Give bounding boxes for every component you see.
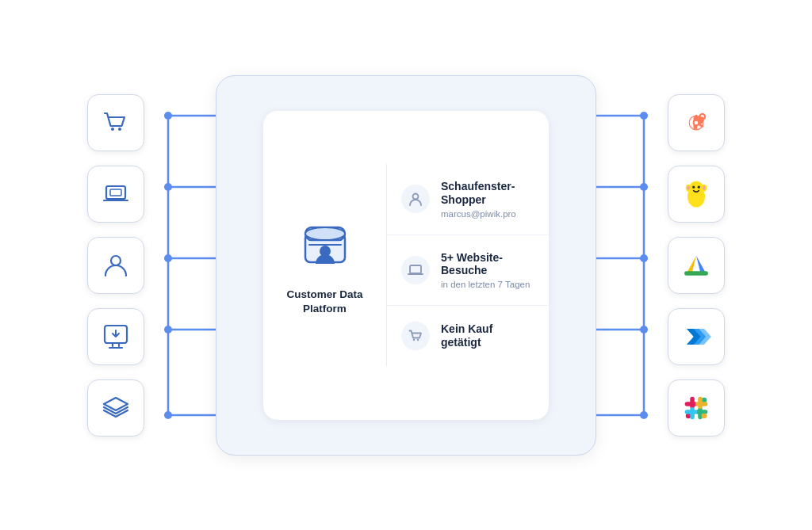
svg-point-33 [640,112,648,120]
no-purchase-info-text: Kein Kauf getätigt [441,322,534,349]
svg-rect-68 [690,406,695,418]
diagram: Customer Data Platform Schaufenster-Shop… [25,75,787,456]
svg-point-36 [640,326,648,334]
shopper-info-text: Schaufenster-Shopper marcus@piwik.pro [441,180,534,219]
laptop-icon [408,262,423,278]
left-connectors [144,87,216,444]
right-icons-column [668,94,725,437]
svg-point-26 [417,339,419,341]
svg-rect-71 [698,396,703,408]
user-icon [408,191,423,207]
svg-point-19 [305,227,345,240]
visits-title: 5+ Website-Besuche [441,251,534,278]
visits-info-text: 5+ Website-Besuche in den letzten 7 Tage… [441,251,534,290]
svg-point-54 [703,185,705,190]
svg-line-46 [700,124,703,126]
no-purchase-title: Kein Kauf getätigt [441,322,534,349]
svg-marker-57 [696,255,706,273]
right-icon-hubspot [668,94,725,151]
center-card: Customer Data Platform Schaufenster-Shop… [216,75,596,456]
info-item-visits: 5+ Website-Besuche in den letzten 7 Tage… [387,235,549,307]
svg-point-25 [413,339,415,341]
svg-point-0 [111,128,114,131]
left-icons-column [87,94,144,437]
svg-rect-62 [685,402,697,406]
svg-point-4 [111,256,121,265]
svg-point-15 [164,326,172,334]
svg-point-14 [164,254,172,262]
svg-point-16 [164,411,172,419]
svg-point-49 [692,185,695,188]
svg-point-37 [640,411,648,419]
svg-marker-56 [687,255,696,273]
shopper-title: Schaufenster-Shopper [441,180,534,207]
shopper-email: marcus@piwik.pro [441,209,534,219]
left-icon-laptop [87,166,144,223]
right-connectors [596,87,668,444]
info-list: Schaufenster-Shopper marcus@piwik.pro [386,164,549,366]
left-icon-touch [87,308,144,365]
info-item-shopper: Schaufenster-Shopper marcus@piwik.pro [387,164,549,235]
shopper-icon-bg [401,185,430,213]
visits-subtitle: in den letzten 7 Tagen [441,280,534,289]
no-purchase-icon-bg [401,322,430,350]
right-icon-google-ads [668,237,725,294]
svg-point-35 [640,254,648,262]
left-icon-layers [87,379,144,437]
left-icon-cart [87,94,144,151]
svg-point-13 [164,183,172,191]
center-inner-card: Customer Data Platform Schaufenster-Shop… [263,111,549,420]
svg-point-34 [640,183,648,191]
svg-point-12 [164,112,172,120]
left-icon-user [87,237,144,294]
visits-icon-bg [401,256,430,284]
right-icon-mailchimp [668,166,725,223]
svg-point-43 [695,120,698,124]
svg-rect-3 [110,189,121,196]
svg-point-53 [687,185,689,190]
info-item-no-purchase: Kein Kauf getätigt [387,306,549,366]
svg-rect-24 [410,265,421,273]
right-icon-power-automate [668,308,725,365]
cdp-icon [293,215,357,278]
svg-point-1 [118,128,121,131]
svg-point-23 [413,194,419,200]
svg-rect-2 [106,186,125,199]
cart-icon [408,328,423,344]
svg-point-69 [702,413,707,418]
cdp-label: Customer Data Platform [271,288,378,315]
svg-point-48 [689,181,703,195]
svg-line-45 [700,119,703,120]
svg-point-50 [698,185,700,188]
right-icon-slack [668,379,725,437]
cdp-section: Customer Data Platform [263,199,386,331]
svg-rect-65 [695,410,707,414]
